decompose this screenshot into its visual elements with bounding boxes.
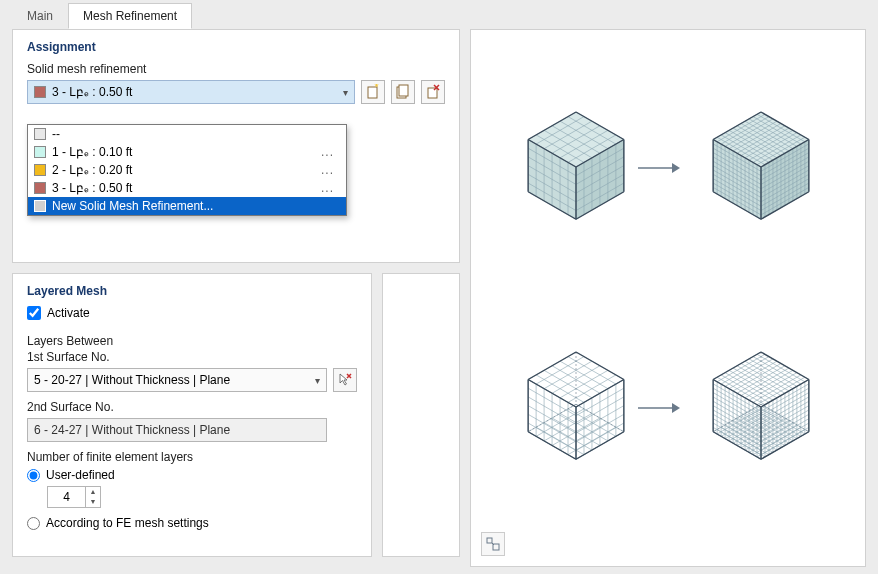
spinner-up-icon[interactable]: ▲ bbox=[86, 487, 100, 497]
spinner-layers[interactable]: 4 ▲ ▼ bbox=[47, 486, 101, 508]
arrow-right-icon bbox=[636, 400, 681, 416]
label-first-surface: 1st Surface No. bbox=[27, 350, 357, 364]
swatch-icon bbox=[34, 200, 46, 212]
checkbox-activate[interactable]: Activate bbox=[27, 306, 357, 320]
clear-first-button[interactable] bbox=[333, 368, 357, 392]
cube-fine-wire bbox=[696, 330, 826, 483]
preview-panel bbox=[470, 29, 866, 567]
radio-user-defined-input[interactable] bbox=[27, 469, 40, 482]
dropdown-item[interactable]: 1 - Lբₑ : 0.10 ft... bbox=[28, 143, 346, 161]
panel-title-assignment: Assignment bbox=[27, 40, 445, 54]
chevron-down-icon: ▾ bbox=[315, 375, 320, 386]
delete-doc-icon bbox=[425, 84, 441, 100]
dropdown-item[interactable]: 3 - Lբₑ : 0.50 ft... bbox=[28, 179, 346, 197]
dropdown-item-label: 3 - Lբₑ : 0.50 ft bbox=[52, 181, 132, 195]
select-first-value: 5 - 20-27 | Without Thickness | Plane bbox=[34, 373, 230, 387]
ellipsis-icon: ... bbox=[321, 145, 340, 159]
new-button[interactable] bbox=[361, 80, 385, 104]
arrow-right-icon bbox=[636, 160, 681, 176]
middle-panel bbox=[382, 273, 460, 557]
label-layers-between: Layers Between bbox=[27, 334, 357, 348]
cube-fine-solid bbox=[696, 90, 826, 243]
spinner-value: 4 bbox=[48, 490, 85, 504]
dropdown-solid-mesh: --1 - Lբₑ : 0.10 ft...2 - Lբₑ : 0.20 ft.… bbox=[27, 124, 347, 216]
dropdown-item-label: -- bbox=[52, 127, 60, 141]
label-second-surface: 2nd Surface No. bbox=[27, 400, 357, 414]
checkbox-activate-label: Activate bbox=[47, 306, 90, 320]
swatch-icon bbox=[34, 86, 46, 98]
swatch-icon bbox=[34, 146, 46, 158]
dropdown-item-label: New Solid Mesh Refinement... bbox=[52, 199, 213, 213]
open-doc-icon bbox=[395, 84, 411, 100]
svg-rect-3 bbox=[428, 88, 437, 98]
radio-according-input[interactable] bbox=[27, 517, 40, 530]
radio-according[interactable]: According to FE mesh settings bbox=[27, 516, 357, 530]
zoom-extents-button[interactable] bbox=[481, 532, 505, 556]
open-button[interactable] bbox=[391, 80, 415, 104]
dropdown-item[interactable]: 2 - Lբₑ : 0.20 ft... bbox=[28, 161, 346, 179]
dropdown-item[interactable]: New Solid Mesh Refinement... bbox=[28, 197, 346, 215]
swatch-icon bbox=[34, 128, 46, 140]
tabs: Main Mesh Refinement bbox=[0, 0, 878, 29]
panel-title-layered: Layered Mesh bbox=[27, 284, 357, 298]
label-num-layers: Number of finite element layers bbox=[27, 450, 357, 464]
svg-rect-334 bbox=[487, 538, 492, 543]
ellipsis-icon: ... bbox=[321, 181, 340, 195]
new-doc-star-icon bbox=[365, 84, 381, 100]
radio-user-defined[interactable]: User-defined bbox=[27, 468, 357, 482]
layered-panel: Layered Mesh Activate Layers Between 1st… bbox=[12, 273, 372, 557]
tab-mesh-refinement[interactable]: Mesh Refinement bbox=[68, 3, 192, 29]
swatch-icon bbox=[34, 164, 46, 176]
spinner-down-icon[interactable]: ▼ bbox=[86, 497, 100, 507]
svg-rect-2 bbox=[399, 85, 408, 96]
select-first-surface[interactable]: 5 - 20-27 | Without Thickness | Plane ▾ bbox=[27, 368, 327, 392]
cursor-x-icon bbox=[337, 372, 353, 388]
tab-main[interactable]: Main bbox=[12, 3, 68, 29]
chevron-down-icon: ▾ bbox=[343, 87, 348, 98]
ellipsis-icon: ... bbox=[321, 163, 340, 177]
radio-user-defined-label: User-defined bbox=[46, 468, 115, 482]
svg-rect-0 bbox=[368, 87, 377, 98]
assignment-panel: Assignment Solid mesh refinement 3 - Lբₑ… bbox=[12, 29, 460, 263]
select-value: 3 - Lբₑ : 0.50 ft bbox=[52, 85, 132, 99]
delete-button[interactable] bbox=[421, 80, 445, 104]
select-solid-mesh[interactable]: 3 - Lբₑ : 0.50 ft ▾ bbox=[27, 80, 355, 104]
checkbox-activate-input[interactable] bbox=[27, 306, 41, 320]
field-second-value: 6 - 24-27 | Without Thickness | Plane bbox=[34, 423, 230, 437]
dropdown-item-label: 1 - Lբₑ : 0.10 ft bbox=[52, 145, 132, 159]
field-second-surface: 6 - 24-27 | Without Thickness | Plane bbox=[27, 418, 327, 442]
cube-coarse-wire bbox=[511, 330, 641, 483]
dropdown-item-label: 2 - Lբₑ : 0.20 ft bbox=[52, 163, 132, 177]
swatch-icon bbox=[34, 182, 46, 194]
cube-coarse-solid bbox=[511, 90, 641, 243]
radio-according-label: According to FE mesh settings bbox=[46, 516, 209, 530]
dropdown-item[interactable]: -- bbox=[28, 125, 346, 143]
zoom-icon bbox=[485, 536, 501, 552]
label-solid-mesh: Solid mesh refinement bbox=[27, 62, 445, 76]
